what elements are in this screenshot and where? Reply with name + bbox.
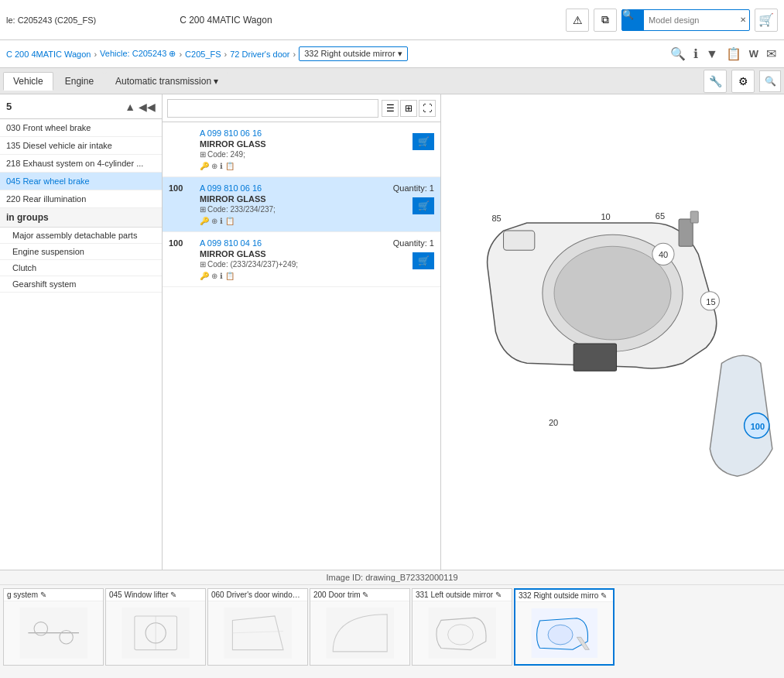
- thumb-label-4: 331 Left outside mirror ✎: [413, 589, 512, 601]
- tab-vehicle[interactable]: Vehicle: [3, 72, 53, 91]
- top-bar-icons: ⚠ ⧉ 🔍 ✕ 🛒: [566, 9, 778, 32]
- part-qty-1: 🛒: [372, 128, 434, 150]
- thumb-img-5: [515, 602, 613, 664]
- sidebar-number: 5: [6, 101, 12, 112]
- part-icon-detail-2[interactable]: ℹ: [220, 217, 223, 225]
- sidebar-item-220[interactable]: 220 Rear illumination: [0, 190, 162, 208]
- sidebar-item-gearshift[interactable]: Gearshift system: [0, 276, 162, 293]
- part-artnum-2[interactable]: A 099 810 06 16: [200, 183, 369, 193]
- print-icon[interactable]: 📋: [724, 45, 743, 63]
- part-icon-extra-3[interactable]: 📋: [225, 272, 235, 280]
- part-icon-wrench-2[interactable]: 🔑: [200, 217, 209, 225]
- part-item-2: 100 A 099 810 06 16 MIRROR GLASS ⊞ Code:…: [163, 177, 440, 232]
- tab-icon-wrench[interactable]: 🔧: [704, 70, 727, 93]
- part-detail-1: A 099 810 06 16 MIRROR GLASS ⊞ Code: 249…: [200, 128, 369, 170]
- mail-icon[interactable]: ✉: [765, 45, 778, 63]
- svg-rect-3: [504, 231, 535, 250]
- svg-point-31: [548, 625, 573, 645]
- part-artnum-1[interactable]: A 099 810 06 16: [200, 128, 369, 138]
- breadcrumb-mirror[interactable]: 332 Right outside mirror ▾: [299, 46, 407, 61]
- thumbnails-row: g system ✎ 045 Window lifter ✎: [0, 585, 784, 674]
- breadcrumb-tools: 🔍 ℹ ▼ 📋 W ✉: [669, 45, 778, 63]
- w-icon[interactable]: W: [748, 46, 760, 61]
- model-search-btn[interactable]: 🔍: [622, 9, 644, 31]
- image-id-bar: Image ID: drawing_B72332000119: [0, 570, 784, 585]
- warning-icon[interactable]: ⚠: [566, 9, 589, 32]
- cart-icon[interactable]: 🛒: [755, 9, 778, 32]
- thumb-left-mirror[interactable]: 331 Left outside mirror ✎: [412, 588, 512, 666]
- sidebar-item-045[interactable]: 045 Rear wheel brake: [0, 173, 162, 190]
- tab-icons: 🔧 ⚙ 🔍: [704, 70, 781, 93]
- thumb-door-trim[interactable]: 200 Door trim ✎: [310, 588, 410, 666]
- thumb-right-mirror[interactable]: 332 Right outside mirro ✎: [514, 588, 615, 666]
- part-icon-detail-3[interactable]: ℹ: [220, 272, 223, 280]
- part-icon-extra-1[interactable]: 📋: [225, 162, 235, 170]
- svg-text:10: 10: [601, 212, 610, 221]
- list-view-btn[interactable]: ☰: [382, 100, 399, 117]
- qty-text-3: Quantity: 1: [393, 238, 434, 248]
- info-icon[interactable]: ℹ: [692, 45, 700, 63]
- sidebar: 5 ▲ ◀◀ 030 Front wheel brake 135 Diesel …: [0, 94, 163, 570]
- part-code-3: ⊞ Code: (233/234/237)+249;: [200, 260, 369, 269]
- breadcrumb-vehicle[interactable]: Vehicle: C205243 ⊕: [100, 49, 176, 59]
- svg-text:100: 100: [751, 422, 765, 431]
- thumb-img-3: [310, 601, 409, 665]
- tab-engine[interactable]: Engine: [55, 72, 104, 91]
- svg-rect-6: [690, 211, 698, 223]
- part-detail-2: A 099 810 06 16 MIRROR GLASS ⊞ Code: 233…: [200, 183, 369, 225]
- part-icon-detail-1[interactable]: ℹ: [220, 162, 223, 170]
- part-icon-extra-2[interactable]: 📋: [225, 217, 235, 225]
- tab-search-btn[interactable]: 🔍: [759, 70, 781, 92]
- svg-text:40: 40: [659, 250, 668, 259]
- sidebar-collapse-btn[interactable]: ▲: [125, 101, 135, 113]
- sidebar-item-030[interactable]: 030 Front wheel brake: [0, 119, 162, 137]
- filter-icon[interactable]: ▼: [704, 46, 720, 63]
- sidebar-item-135[interactable]: 135 Diesel vehicle air intake: [0, 137, 162, 155]
- grid-icon-3: ⊞: [200, 260, 206, 269]
- thumb-drivers-door[interactable]: 060 Driver's door window system ✎: [207, 588, 308, 666]
- part-name-3: MIRROR GLASS: [200, 249, 369, 259]
- breadcrumb-fs[interactable]: C205_FS: [185, 50, 221, 59]
- part-icon-wrench-1[interactable]: 🔑: [200, 162, 209, 170]
- grid-view-btn[interactable]: ⊞: [400, 100, 417, 117]
- part-icons-2: 🔑 ⊕ ℹ 📋: [200, 217, 369, 225]
- parts-view-icons: ☰ ⊞ ⛶: [382, 100, 436, 117]
- thumb-img-4: [413, 601, 512, 665]
- part-item-1: A 099 810 06 16 MIRROR GLASS ⊞ Code: 249…: [163, 122, 440, 177]
- grid-icon-1: ⊞: [200, 150, 206, 159]
- sidebar-item-218[interactable]: 218 Exhaust system on 4-cylinder ...: [0, 155, 162, 173]
- cart-btn-2[interactable]: 🛒: [413, 197, 434, 214]
- thumb-img-0: [4, 601, 103, 665]
- thumb-img-1: [106, 601, 205, 665]
- part-icon-info-1[interactable]: ⊕: [211, 162, 217, 170]
- cart-btn-1[interactable]: 🛒: [413, 133, 434, 150]
- parts-search-input[interactable]: [167, 99, 378, 118]
- tab-icon-gear[interactable]: ⚙: [731, 70, 755, 93]
- sidebar-item-engine-susp[interactable]: Engine suspension: [0, 244, 162, 260]
- part-num-2: 100: [169, 183, 197, 193]
- part-icon-info-3[interactable]: ⊕: [211, 272, 217, 280]
- sidebar-expand-btn[interactable]: ◀◀: [139, 101, 156, 113]
- sidebar-item-major[interactable]: Major assembly detachable parts: [0, 228, 162, 244]
- zoom-in-icon[interactable]: 🔍: [669, 45, 687, 63]
- expand-view-btn[interactable]: ⛶: [419, 100, 436, 117]
- model-search-input[interactable]: [644, 15, 737, 25]
- part-icon-info-2[interactable]: ⊕: [211, 217, 217, 225]
- part-icon-wrench-3[interactable]: 🔑: [200, 272, 209, 280]
- breadcrumb-door[interactable]: 72 Driver's door: [230, 50, 289, 59]
- thumb-window-lifter[interactable]: 045 Window lifter ✎: [105, 588, 206, 666]
- sidebar-item-clutch[interactable]: Clutch: [0, 260, 162, 276]
- part-artnum-3[interactable]: A 099 810 04 16: [200, 238, 369, 248]
- thumb-g-system[interactable]: g system ✎: [3, 588, 104, 666]
- breadcrumb-bar: C 200 4MATIC Wagon › Vehicle: C205243 ⊕ …: [0, 40, 784, 68]
- model-search-box: 🔍 ✕: [621, 9, 750, 31]
- tab-transmission[interactable]: Automatic transmission ▾: [105, 72, 228, 91]
- copy-icon[interactable]: ⧉: [594, 9, 617, 32]
- breadcrumb-wagon[interactable]: C 200 4MATIC Wagon: [6, 50, 91, 59]
- svg-rect-27: [326, 608, 393, 659]
- model-search-clear[interactable]: ✕: [737, 15, 749, 24]
- grid-icon-2: ⊞: [200, 205, 206, 214]
- part-name-1: MIRROR GLASS: [200, 139, 369, 149]
- cart-btn-3[interactable]: 🛒: [413, 252, 434, 269]
- svg-text:15: 15: [706, 297, 715, 306]
